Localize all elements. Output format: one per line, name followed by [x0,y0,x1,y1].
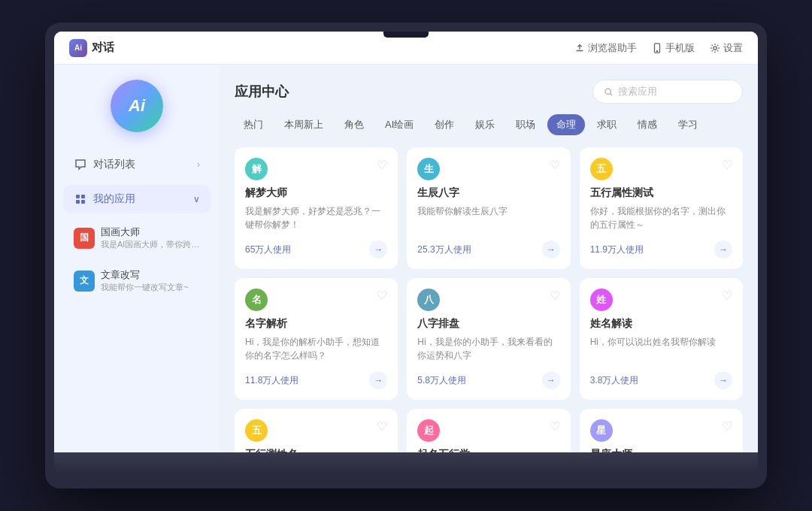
bazi-users: 25.3万人使用 [417,243,471,256]
star-heart[interactable]: ♡ [722,419,732,434]
content-title: 应用中心 [235,83,289,101]
surname-badge: 姓 [590,289,613,311]
topbar-actions: 浏览器助手 手机版 设置 [574,41,743,55]
laptop-frame: Ai 对话 浏览器助手 手机版 [45,23,767,488]
dream-arrow[interactable]: → [369,240,387,259]
star-badge: 星 [590,419,613,442]
sidebar-app-guohua[interactable]: 国 国画大师 我是AI国画大师，带你跨时代体... [63,219,211,256]
content-header: 应用中心 搜索应用 [235,80,743,104]
wuxing-heart[interactable]: ♡ [722,158,732,172]
essay-name: 文章改写 [101,268,188,282]
surname-arrow[interactable]: → [714,371,732,389]
app-card-surname[interactable]: 姓 ♡ 姓名解读 Hi，你可以说出姓名我帮你解读 3.8万人使用 → [580,278,743,400]
sidebar-ai-logo: Ai [111,80,163,132]
bazi-badge: 生 [417,158,440,180]
svg-point-2 [714,46,717,49]
upload-icon [574,43,585,53]
tab-new[interactable]: 本周新上 [275,114,332,135]
wuxing-arrow[interactable]: → [714,240,732,259]
mobile-label: 手机版 [665,41,695,55]
bazi-heart[interactable]: ♡ [550,158,560,172]
tab-create[interactable]: 创作 [426,114,463,135]
name-analysis-name: 名字解析 [245,317,387,331]
dream-heart[interactable]: ♡ [377,158,387,172]
bazi-plate-heart[interactable]: ♡ [550,289,560,303]
browser-helper-label: 浏览器助手 [588,41,637,55]
name-analysis-desc: Hi，我是你的解析小助手，想知道你的名字怎么样吗？ [245,335,387,362]
tab-hot[interactable]: 热门 [235,114,272,135]
my-apps-arrow: ∨ [193,194,200,204]
app-grid: 解 ♡ 解梦大师 我是解梦大师，好梦还是恶兆？一键帮你解梦！ 65万人使用 → … [235,147,743,452]
app-card-bazi[interactable]: 生 ♡ 生辰八字 我能帮你解读生辰八字 25.3万人使用 → [407,147,570,269]
search-box[interactable]: 搜索应用 [592,80,743,104]
app-card-wuxing-name[interactable]: 五 ♡ 五行测姓名 → [235,409,398,452]
app-card-wuxing[interactable]: 五 ♡ 五行属性测试 你好，我能根据你的名字，测出你的五行属性～ 11.9万人使… [580,147,743,269]
qiming-badge: 起 [417,419,440,442]
guohua-desc: 我是AI国画大师，带你跨时代体... [101,239,200,250]
essay-icon: 文 [74,271,95,292]
app-card-bazi-plate[interactable]: 八 ♡ 八字排盘 Hi，我是你的小助手，我来看看的你运势和八字 5.8万人使用 … [407,278,570,400]
wuxing-badge: 五 [590,158,613,180]
tab-entertainment[interactable]: 娱乐 [466,114,504,135]
qiming-name: 起名五行学 [417,448,559,452]
browser-helper-button[interactable]: 浏览器助手 [574,41,637,55]
sidebar-app-essay[interactable]: 文 文章改写 我能帮你一键改写文章~ [63,262,211,299]
settings-button[interactable]: 设置 [710,41,743,55]
bazi-arrow[interactable]: → [542,240,560,259]
qiming-heart[interactable]: ♡ [550,419,560,434]
tab-ai-draw[interactable]: AI绘画 [376,114,423,135]
category-tabs: 热门 本周新上 角色 AI绘画 创作 娱乐 职场 命理 求职 情感 学习 [235,114,743,135]
wuxing-name: 五行属性测试 [590,186,732,200]
surname-desc: Hi，你可以说出姓名我帮你解读 [590,335,732,362]
guohua-icon: 国 [74,228,95,249]
surname-name: 姓名解读 [590,317,732,331]
conversations-label: 对话列表 [93,158,135,171]
dream-desc: 我是解梦大师，好梦还是恶兆？一键帮你解梦！ [245,204,387,231]
surname-users: 3.8万人使用 [590,374,639,387]
bazi-desc: 我能帮你解读生辰八字 [417,204,559,231]
gear-icon [710,43,720,53]
tab-workplace[interactable]: 职场 [507,114,544,135]
tab-study[interactable]: 学习 [669,114,707,135]
wuxing-users: 11.9万人使用 [590,243,644,256]
content-area: 应用中心 搜索应用 热门 本周新上 角色 AI绘画 创作 [220,65,758,452]
name-analysis-arrow[interactable]: → [369,371,387,389]
name-analysis-heart[interactable]: ♡ [377,289,387,303]
svg-rect-4 [81,195,85,198]
sidebar-item-conversations[interactable]: 对话列表 › [63,150,211,179]
essay-desc: 我能帮你一键改写文章~ [101,282,188,293]
svg-rect-5 [76,200,80,204]
name-analysis-users: 11.8万人使用 [245,374,298,387]
wuxing-name-name: 五行测姓名 [245,448,387,452]
app-card-qiming[interactable]: 起 ♡ 起名五行学 → [407,409,570,452]
app-card-dream[interactable]: 解 ♡ 解梦大师 我是解梦大师，好梦还是恶兆？一键帮你解梦！ 65万人使用 → [235,147,398,269]
laptop-base [54,452,758,473]
laptop-notch [383,32,429,38]
svg-point-1 [656,50,657,51]
sidebar-item-my-apps[interactable]: 我的应用 ∨ [63,185,211,213]
wuxing-desc: 你好，我能根据你的名字，测出你的五行属性～ [590,204,732,231]
dream-badge: 解 [245,158,268,180]
tab-emotion[interactable]: 情感 [629,114,666,135]
logo-icon: Ai [69,39,87,57]
tab-job[interactable]: 求职 [588,114,626,135]
mobile-button[interactable]: 手机版 [652,41,695,55]
logo-text: Ai [74,44,82,52]
tab-fortune[interactable]: 命理 [547,114,585,135]
svg-point-7 [605,89,611,94]
tab-role[interactable]: 角色 [335,114,373,135]
app-card-name-analysis[interactable]: 名 ♡ 名字解析 Hi，我是你的解析小助手，想知道你的名字怎么样吗？ 11.8万… [235,278,398,400]
svg-rect-6 [81,200,85,204]
app-card-star[interactable]: 星 ♡ 星座大师 → [580,409,743,452]
wuxing-name-heart[interactable]: ♡ [377,419,387,434]
logo-area: Ai 对话 [69,39,114,57]
bazi-plate-badge: 八 [417,289,440,311]
dream-users: 65万人使用 [245,243,291,256]
bazi-plate-arrow[interactable]: → [542,371,560,389]
app-title: 对话 [92,41,114,55]
surname-heart[interactable]: ♡ [722,289,732,303]
settings-label: 设置 [723,41,743,55]
svg-rect-3 [76,195,80,198]
search-icon [604,87,614,97]
bazi-plate-desc: Hi，我是你的小助手，我来看看的你运势和八字 [417,335,559,362]
